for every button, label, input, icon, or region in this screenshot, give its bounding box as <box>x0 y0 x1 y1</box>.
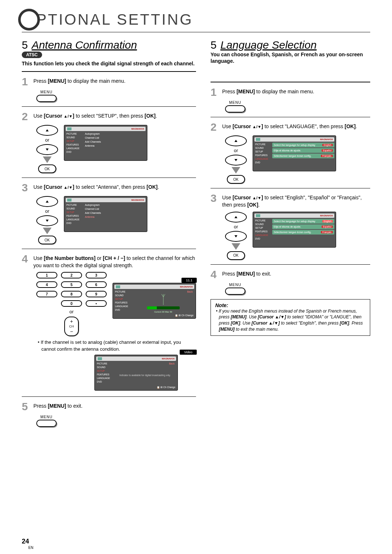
number-keypad: 123 456 789 0• <box>36 272 107 307</box>
step-text: Press [MENU] to exit. <box>222 269 271 280</box>
svg-line-2 <box>163 294 165 297</box>
column-right: 5 Language Selection You can choose Engl… <box>211 39 370 430</box>
tv-screen-setup: MAGNAVOX PICTURE SOUND SETUP FEATURES LA… <box>64 125 147 161</box>
step-text: Use [the Number buttons] or [CH + / −] t… <box>33 253 196 269</box>
tv-screen-language-select: MAGNAVOX PICTURE SOUND SETUP FEATURES LA… <box>253 212 336 248</box>
cursor-ok-control: or OK <box>225 212 247 260</box>
menu-button-illustration: MENU <box>225 101 245 113</box>
note-box: Note: • If you need the English menus in… <box>211 299 370 336</box>
step-text: Use [Cursor ▲/▼] to select "Antenna", th… <box>33 182 159 193</box>
tv-screen-antenna-select: MAGNAVOX PICTURE SOUND SETUP FEATURES LA… <box>64 196 147 232</box>
atsc-badge: ATSC <box>22 52 42 58</box>
step-number: 4 <box>211 269 219 280</box>
column-left: 5 Antenna Confirmation ATSC This functio… <box>22 39 196 430</box>
step-number: 4 <box>22 253 30 269</box>
step-text: Use [Cursor ▲/▼] to select "LANGUAGE", t… <box>222 122 357 133</box>
video-badge: Video <box>180 350 197 355</box>
channel-button: + CH − <box>64 317 79 336</box>
section-heading-language: 5 Language Selection <box>211 39 370 51</box>
section-number: 5 <box>211 39 217 51</box>
step-number: 5 <box>22 401 30 412</box>
step-text: Press [MENU] to exit. <box>33 401 82 412</box>
step-text: Press [MENU] to display the main menu. <box>222 87 314 98</box>
step-number: 2 <box>211 122 219 133</box>
step-text: Use [Cursor ▲/▼] to select "SETUP", then… <box>33 111 157 122</box>
section-title: Antenna Confirmation <box>32 39 137 51</box>
step-number: 3 <box>211 193 219 208</box>
page-title: PTIONAL SETTING <box>22 11 370 32</box>
note-title: Note: <box>215 302 366 308</box>
note-text: • If you need the English menus instead … <box>215 308 366 333</box>
tv-screen-video-warning: MAGNAVOX Back PICTURE SOUND SETUP FEATUR… <box>94 355 178 391</box>
menu-button-illustration: MENU <box>36 415 57 427</box>
cursor-ok-control: or OK <box>225 135 247 184</box>
tv-screen-antenna-signal: MAGNAVOX Back PICTURE SOUND SETUP FEATUR… <box>113 283 196 319</box>
logo-o <box>18 9 40 30</box>
cursor-ok-control: or OK <box>36 125 58 173</box>
step-text: Use [Cursor ▲/▼] to select "English", "E… <box>222 193 370 208</box>
section-heading-antenna: 5 Antenna Confirmation <box>22 39 196 51</box>
step-number: 1 <box>211 87 219 98</box>
menu-button-illustration: MENU <box>36 90 57 102</box>
channel-badge: 11.1 <box>181 278 197 283</box>
cursor-ok-control: or OK <box>36 196 58 244</box>
tv-screen-language-menu: MAGNAVOX PICTURE SOUND SETUP FEATURES LA… <box>253 135 336 171</box>
menu-button-illustration: MENU <box>225 283 245 295</box>
step-number: 3 <box>22 182 30 193</box>
step-number: 1 <box>22 76 30 87</box>
section-title: Language Selection <box>220 39 317 51</box>
step-text: Press [MENU] to display the main menu. <box>33 76 126 87</box>
page-number: 24 <box>22 538 29 545</box>
svg-line-1 <box>162 294 163 297</box>
step-number: 2 <box>22 111 30 122</box>
note-bullet: • If the channel is set to analog (cable… <box>22 339 196 352</box>
section-description: You can choose English, Spanish, or Fren… <box>211 51 370 64</box>
section-number: 5 <box>22 39 28 51</box>
section-description: This function lets you check the digital… <box>22 60 196 67</box>
page-language: EN <box>28 546 33 550</box>
